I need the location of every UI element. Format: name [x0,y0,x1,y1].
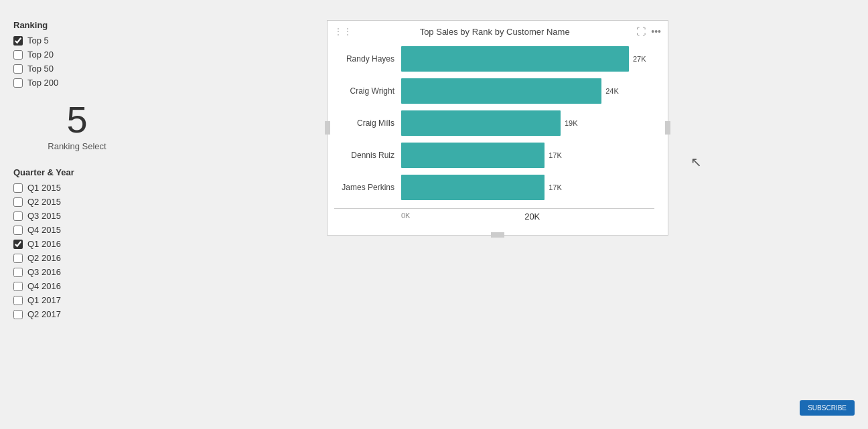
quarter-item-2[interactable]: Q3 2015 [13,211,141,221]
bar-area-4: 17K [401,175,654,200]
more-options-icon[interactable]: ••• [651,26,661,37]
bar-row-0: Randy Hayes27K [334,46,654,72]
quarter-label-7: Q4 2016 [27,281,61,291]
bar-row-1: Craig Wright24K [334,78,654,104]
ranking-item-0[interactable]: Top 5 [13,35,141,46]
quarter-checkbox-7[interactable] [13,282,23,291]
quarter-checkbox-6[interactable] [13,268,23,277]
ranking-checkbox-3[interactable] [13,78,23,88]
bar-area-0: 27K [401,46,654,72]
bar-0[interactable] [401,46,629,72]
quarter-checkbox-5[interactable] [13,254,23,263]
ranking-label-1: Top 20 [27,50,54,60]
quarter-label-0: Q1 2015 [27,183,61,193]
ranking-checkbox-1[interactable] [13,50,23,60]
quarter-item-6[interactable]: Q3 2016 [13,267,141,277]
ranking-item-2[interactable]: Top 50 [13,64,141,74]
chart-controls: ⛶ ••• [636,26,661,37]
ranking-section-title: Ranking [13,20,141,30]
quarter-label-2: Q3 2015 [27,211,61,221]
quarter-label-6: Q3 2016 [27,267,61,277]
bar-label-4: James Perkins [334,183,401,192]
quarter-label-8: Q1 2017 [27,295,61,305]
bar-1[interactable] [401,78,601,104]
quarter-item-3[interactable]: Q4 2015 [13,225,141,235]
bar-2[interactable] [401,110,561,136]
bar-value-0: 27K [633,55,646,63]
bar-label-1: Craig Wright [334,86,401,96]
bar-value-2: 19K [565,119,578,127]
quarter-item-8[interactable]: Q1 2017 [13,295,141,305]
x-axis-mid: 20K [410,211,654,222]
expand-icon[interactable]: ⛶ [636,26,646,37]
quarter-item-1[interactable]: Q2 2015 [13,197,141,207]
quarter-item-9[interactable]: Q2 2017 [13,309,141,319]
chart-body: Randy Hayes27KCraig Wright24KCraig Mills… [328,39,668,235]
quarter-checkbox-4[interactable] [13,240,23,249]
quarter-checkbox-9[interactable] [13,310,23,319]
quarter-item-0[interactable]: Q1 2015 [13,183,141,193]
ranking-select-label: Ranking Select [13,141,141,151]
bar-label-0: Randy Hayes [334,54,401,64]
ranking-value: 5 [13,101,141,139]
bar-row-3: Dennis Ruiz17K [334,143,654,168]
quarter-checkbox-0[interactable] [13,183,23,193]
quarter-item-7[interactable]: Q4 2016 [13,281,141,291]
bar-3[interactable] [401,143,545,168]
x-axis-min: 0K [401,211,410,222]
quarter-checkbox-2[interactable] [13,211,23,221]
bar-label-3: Dennis Ruiz [334,151,401,160]
quarter-label-9: Q2 2017 [27,309,61,319]
quarter-label-3: Q4 2015 [27,225,61,235]
bar-area-2: 19K [401,110,654,136]
chart-card: ⋮⋮ Top Sales by Rank by Customer Name ⛶ … [327,20,668,236]
bar-chart: Randy Hayes27KCraig Wright24KCraig Mills… [334,46,654,207]
bar-area-1: 24K [401,78,654,104]
chart-container: ⋮⋮ Top Sales by Rank by Customer Name ⛶ … [141,13,855,236]
quarter-checkbox-1[interactable] [13,197,23,207]
resize-handle-bottom[interactable] [491,232,504,238]
ranking-checkbox-2[interactable] [13,64,23,74]
chart-outer: ⋮⋮ Top Sales by Rank by Customer Name ⛶ … [327,20,668,236]
quarter-checkbox-3[interactable] [13,226,23,235]
bar-area-3: 17K [401,143,654,168]
bar-row-2: Craig Mills19K [334,110,654,136]
ranking-checkbox-0[interactable] [13,36,23,46]
x-axis: 0K 20K [401,209,654,222]
quarter-label-4: Q1 2016 [27,239,61,249]
ranking-item-3[interactable]: Top 200 [13,78,141,88]
bar-4[interactable] [401,175,545,200]
bar-value-4: 17K [549,183,562,191]
resize-handle-left[interactable] [325,121,330,135]
sidebar: Ranking Top 5Top 20Top 50Top 200 5 Ranki… [13,13,141,330]
quarter-item-5[interactable]: Q2 2016 [13,253,141,263]
ranking-item-1[interactable]: Top 20 [13,50,141,60]
quarter-item-4[interactable]: Q1 2016 [13,239,141,249]
chart-title: Top Sales by Rank by Customer Name [420,27,570,37]
resize-handle-right[interactable] [665,121,670,135]
bar-row-4: James Perkins17K [334,175,654,200]
bar-value-1: 24K [605,87,619,95]
bar-label-2: Craig Mills [334,118,401,128]
ranking-label-3: Top 200 [27,78,58,88]
bar-value-3: 17K [549,151,562,159]
drag-icon[interactable]: ⋮⋮ [334,27,353,36]
quarter-section-title: Quarter & Year [13,167,141,177]
quarter-label-5: Q2 2016 [27,253,61,263]
chart-header: ⋮⋮ Top Sales by Rank by Customer Name ⛶ … [328,21,668,39]
ranking-label-2: Top 50 [27,64,54,74]
quarter-label-1: Q2 2015 [27,197,61,207]
ranking-label-0: Top 5 [27,35,49,46]
subscribe-badge[interactable]: SUBSCRIBE [800,400,855,416]
cursor: ↖ [691,154,702,170]
quarter-checkbox-8[interactable] [13,296,23,305]
